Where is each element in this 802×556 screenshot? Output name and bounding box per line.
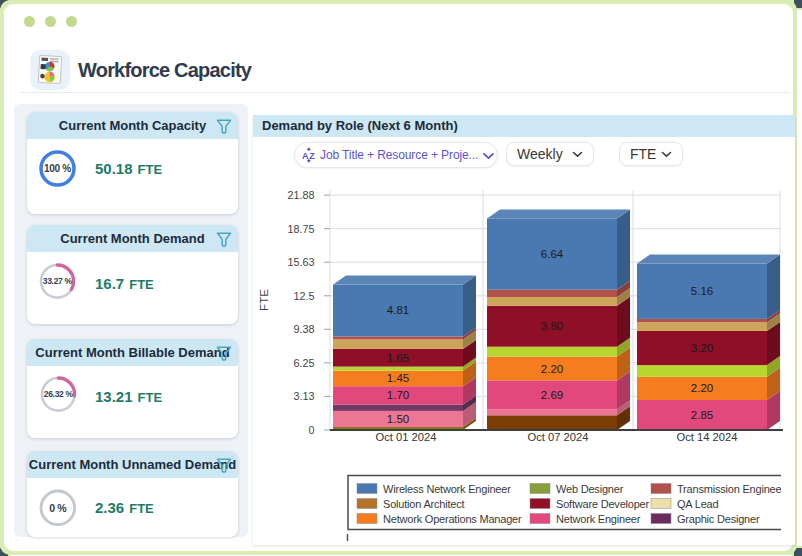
svg-text:Graphic Designer: Graphic Designer — [677, 513, 760, 525]
svg-text:5.16: 5.16 — [691, 285, 713, 297]
svg-text:Wireless Network Engineer: Wireless Network Engineer — [383, 483, 511, 495]
svg-text:Network Operations Manager: Network Operations Manager — [383, 513, 522, 525]
svg-text:2.69: 2.69 — [541, 389, 563, 401]
svg-text:6.64: 6.64 — [541, 248, 564, 260]
svg-text:Network Engineer: Network Engineer — [556, 513, 641, 525]
svg-text:Oct 14 2024: Oct 14 2024 — [677, 431, 738, 443]
svg-text:Solution Architect: Solution Architect — [383, 498, 465, 510]
svg-text:33.27 %: 33.27 % — [43, 277, 73, 287]
svg-text:3.20: 3.20 — [691, 342, 713, 354]
svg-text:Transmission Engineer: Transmission Engineer — [677, 483, 785, 495]
svg-text:Oct 07 2024: Oct 07 2024 — [528, 431, 589, 443]
svg-text:9.38: 9.38 — [293, 323, 314, 335]
svg-text:100 %: 100 % — [44, 163, 71, 174]
svg-text:3.80: 3.80 — [541, 320, 563, 332]
svg-text:26.32 %: 26.32 % — [43, 390, 73, 400]
svg-text:1.45: 1.45 — [387, 372, 409, 384]
svg-text:0: 0 — [308, 424, 314, 436]
svg-text:FTE: FTE — [258, 289, 270, 311]
svg-text:2.20: 2.20 — [691, 382, 713, 394]
svg-text:QA Lead: QA Lead — [677, 498, 718, 510]
svg-text:21.88: 21.88 — [287, 189, 314, 201]
svg-text:2.20: 2.20 — [541, 363, 563, 375]
svg-text:15.63: 15.63 — [287, 256, 314, 268]
svg-text:1.70: 1.70 — [387, 389, 409, 401]
svg-text:6.25: 6.25 — [293, 357, 314, 369]
svg-text:18.75: 18.75 — [287, 223, 314, 235]
svg-text:0 %: 0 % — [49, 501, 67, 513]
svg-text:1.65: 1.65 — [387, 352, 409, 364]
svg-text:Oct 01 2024: Oct 01 2024 — [376, 431, 437, 443]
svg-text:Web Designer: Web Designer — [556, 483, 624, 495]
svg-text:Software Developer: Software Developer — [556, 498, 650, 510]
svg-text:3.13: 3.13 — [293, 390, 314, 402]
svg-text:4.81: 4.81 — [387, 304, 409, 316]
svg-text:2.85: 2.85 — [691, 409, 713, 421]
svg-text:12.5: 12.5 — [293, 290, 314, 302]
svg-text:1.50: 1.50 — [387, 413, 409, 425]
